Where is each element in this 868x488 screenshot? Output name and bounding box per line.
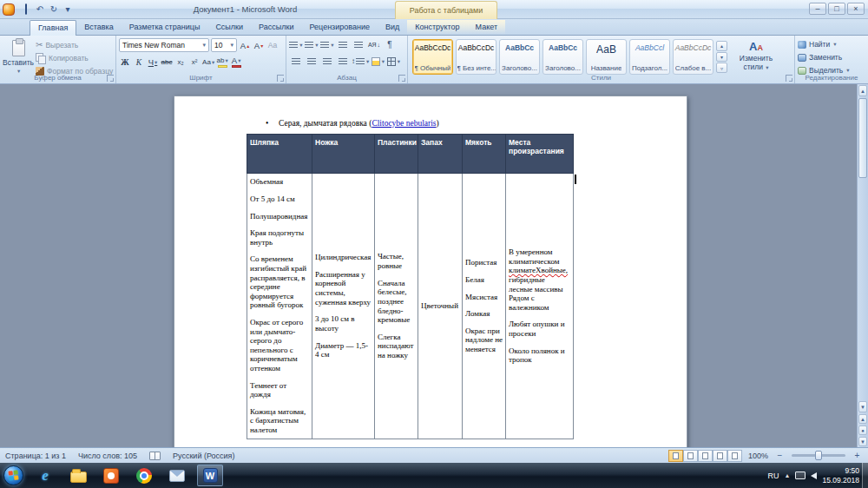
align-right-button[interactable]: [320, 55, 334, 68]
cell-stem[interactable]: ЦилиндрическаяРасширенная у корневой сис…: [312, 174, 375, 439]
highlight-button[interactable]: ab▾: [216, 56, 228, 69]
style-card-subtitle[interactable]: АаBbCclПодзагол...: [629, 39, 670, 75]
volume-icon[interactable]: [811, 472, 817, 479]
style-card-no-spacing[interactable]: АаBbCcDc¶ Без инте...: [456, 39, 496, 75]
bullets-button[interactable]: ▾: [289, 38, 303, 51]
scrollbar-thumb[interactable]: [858, 98, 867, 178]
vertical-scrollbar[interactable]: ▲ ▼ ▲ ● ▼: [857, 84, 868, 447]
full-screen-view-button[interactable]: [683, 450, 698, 462]
find-button[interactable]: Найти▾: [798, 39, 865, 49]
start-button[interactable]: [3, 465, 23, 485]
cell-cap[interactable]: ОбъемнаяОт 5 до 14 смПолушаровиднаяКрая …: [247, 174, 312, 439]
gallery-scroll-up-icon[interactable]: ▴: [716, 41, 727, 51]
header-smell[interactable]: Запах: [418, 135, 463, 174]
mail-button[interactable]: [164, 465, 190, 486]
zoom-slider[interactable]: [792, 454, 845, 457]
cell-places[interactable]: В умеренном климатическом климатеХвойные…: [506, 174, 574, 439]
restore-button[interactable]: □: [828, 3, 845, 15]
increase-indent-button[interactable]: [352, 38, 365, 51]
tab-review[interactable]: Рецензирование: [301, 20, 378, 35]
font-name-select[interactable]: Times New Roman▾: [119, 38, 209, 52]
word-taskbar-button[interactable]: W: [197, 465, 223, 486]
page-indicator[interactable]: Страница: 1 из 1: [5, 452, 66, 460]
multilevel-list-button[interactable]: ▾: [320, 38, 334, 51]
grow-font-button[interactable]: А▴: [239, 39, 251, 52]
font-dialog-launcher[interactable]: [277, 75, 284, 82]
scrollbar-track[interactable]: [858, 97, 867, 400]
superscript-button[interactable]: x²: [188, 56, 201, 69]
tab-table-layout[interactable]: Макет: [468, 20, 505, 35]
spellcheck-icon[interactable]: [149, 452, 161, 460]
subscript-button[interactable]: x₂: [174, 56, 187, 69]
tab-table-design[interactable]: Конструктор: [407, 20, 467, 35]
media-player-button[interactable]: [98, 465, 124, 486]
font-color-button[interactable]: А▾: [230, 56, 242, 69]
cell-flesh[interactable]: ПористаяБелаяМясистаяЛомкаяОкрас при над…: [463, 174, 506, 439]
change-styles-button[interactable]: АА Изменитьстили ▾: [731, 37, 781, 76]
paragraph-dialog-launcher[interactable]: [398, 75, 405, 82]
word-count[interactable]: Число слов: 105: [78, 452, 137, 460]
shrink-font-button[interactable]: А▾: [253, 39, 265, 52]
header-stem[interactable]: Ножка: [312, 135, 375, 174]
shading-button[interactable]: ▾: [371, 55, 385, 68]
gallery-more-icon[interactable]: ▿: [716, 63, 727, 73]
gallery-scroll-down-icon[interactable]: ▾: [716, 52, 727, 63]
zoom-level[interactable]: 100%: [748, 452, 768, 460]
paste-button[interactable]: Вставить ▾: [3, 37, 34, 77]
tab-insert[interactable]: Вставка: [76, 20, 121, 35]
header-gills[interactable]: Пластинки: [375, 135, 418, 174]
bold-button[interactable]: Ж: [119, 56, 131, 69]
underline-button[interactable]: Ч▾: [147, 56, 159, 69]
network-icon[interactable]: [795, 472, 806, 479]
italic-button[interactable]: К: [133, 56, 145, 69]
scroll-up-icon[interactable]: ▲: [858, 85, 867, 96]
web-layout-view-button[interactable]: [698, 450, 713, 462]
tab-mailings[interactable]: Рассылки: [251, 20, 301, 35]
cell-gills[interactable]: Частые, ровныеСначала белесые, позднее б…: [375, 174, 418, 439]
style-card-normal[interactable]: АаBbCcDc¶ Обычный: [412, 39, 453, 75]
show-hidden-icons-button[interactable]: ▲: [785, 472, 791, 478]
align-center-button[interactable]: [305, 55, 319, 68]
zoom-out-button[interactable]: −: [774, 451, 786, 461]
zoom-in-button[interactable]: +: [852, 451, 863, 461]
species-hyperlink[interactable]: Clitocybe nebularis: [372, 119, 436, 128]
styles-dialog-launcher[interactable]: [786, 75, 792, 82]
tab-view[interactable]: Вид: [378, 20, 407, 35]
clear-formatting-button[interactable]: Аа: [266, 39, 279, 52]
show-formatting-marks-button[interactable]: ¶: [383, 38, 397, 51]
style-card-subtle-emphasis[interactable]: АаBbCcDcСлабое в...: [673, 39, 713, 75]
header-cap[interactable]: Шляпка: [247, 135, 312, 174]
copy-button[interactable]: Копировать: [34, 52, 113, 64]
scroll-down-icon[interactable]: ▼: [858, 401, 867, 412]
file-explorer-button[interactable]: [65, 465, 91, 486]
style-card-heading1[interactable]: АаBbCcЗаголово...: [499, 39, 540, 75]
style-card-heading2[interactable]: АаBbCcЗаголово...: [542, 39, 583, 75]
show-desktop-button[interactable]: [862, 463, 868, 488]
chrome-button[interactable]: [131, 465, 157, 486]
previous-page-icon[interactable]: ▲: [858, 414, 867, 424]
next-page-icon[interactable]: ▼: [858, 437, 867, 446]
tab-home[interactable]: Главная: [30, 20, 76, 36]
outline-view-button[interactable]: [713, 450, 727, 462]
line-spacing-button[interactable]: ↕▾: [352, 55, 369, 68]
borders-button[interactable]: ▾: [386, 55, 400, 68]
tab-page-layout[interactable]: Разметка страницы: [122, 20, 208, 35]
sort-button[interactable]: АЯ↓: [367, 38, 381, 51]
mushroom-table[interactable]: Шляпка Ножка Пластинки Запах Мякоть Мест…: [247, 134, 574, 439]
header-places[interactable]: Места произрастания: [506, 135, 574, 174]
align-left-button[interactable]: [289, 55, 303, 68]
zoom-slider-thumb[interactable]: [815, 451, 822, 460]
browse-object-icon[interactable]: ●: [858, 425, 867, 435]
clock[interactable]: 9:50 15.09.2018: [822, 466, 859, 485]
change-case-button[interactable]: Аа▾: [202, 56, 214, 69]
clipboard-dialog-launcher[interactable]: [107, 75, 114, 82]
draft-view-button[interactable]: [727, 450, 742, 462]
numbering-button[interactable]: ▾: [305, 38, 319, 51]
print-layout-view-button[interactable]: [668, 450, 683, 462]
keyboard-language-indicator[interactable]: RU: [768, 472, 779, 480]
cut-button[interactable]: ✂Вырезать: [34, 39, 113, 51]
tab-references[interactable]: Ссылки: [207, 20, 251, 35]
language-indicator[interactable]: Русский (Россия): [173, 452, 234, 460]
justify-button[interactable]: [336, 55, 350, 68]
page[interactable]: Серая, дымчатая рядовка (Clitocybe nebul…: [174, 96, 687, 447]
